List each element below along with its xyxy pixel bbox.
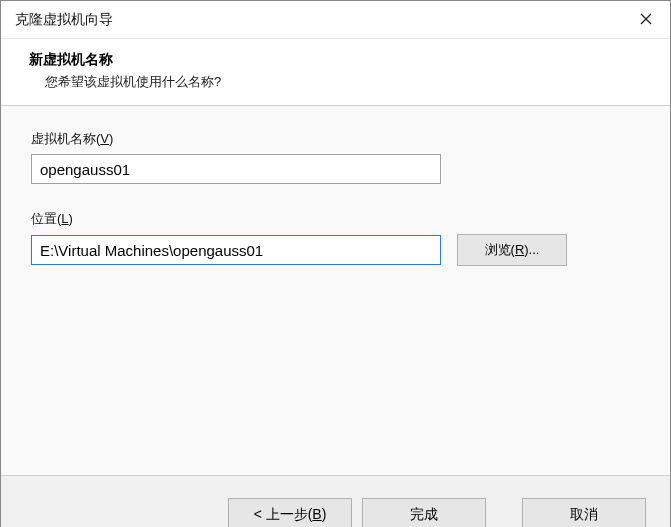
close-button[interactable] — [622, 1, 670, 39]
vm-name-block: 虚拟机名称(V) — [31, 130, 640, 184]
vm-location-row: 浏览(R)... — [31, 234, 640, 266]
cancel-button[interactable]: 取消 — [522, 498, 646, 527]
close-icon — [640, 10, 652, 30]
vm-location-block: 位置(L) 浏览(R)... — [31, 210, 640, 266]
vm-location-label: 位置(L) — [31, 210, 640, 228]
titlebar: 克隆虚拟机向导 — [1, 1, 670, 39]
header-subheading: 您希望该虚拟机使用什么名称? — [29, 73, 642, 91]
back-button[interactable]: < 上一步(B) — [228, 498, 352, 527]
browse-button[interactable]: 浏览(R)... — [457, 234, 567, 266]
window-title: 克隆虚拟机向导 — [15, 11, 113, 29]
wizard-content: 虚拟机名称(V) 位置(L) 浏览(R)... — [1, 106, 670, 476]
wizard-footer: < 上一步(B) 完成 取消 — [1, 476, 670, 527]
wizard-window: 克隆虚拟机向导 新虚拟机名称 您希望该虚拟机使用什么名称? 虚拟机名称(V) 位… — [0, 0, 671, 527]
vm-name-label: 虚拟机名称(V) — [31, 130, 640, 148]
vm-name-input[interactable] — [31, 154, 441, 184]
finish-button[interactable]: 完成 — [362, 498, 486, 527]
wizard-header: 新虚拟机名称 您希望该虚拟机使用什么名称? — [1, 39, 670, 106]
header-heading: 新虚拟机名称 — [29, 51, 642, 69]
vm-location-input[interactable] — [31, 235, 441, 265]
